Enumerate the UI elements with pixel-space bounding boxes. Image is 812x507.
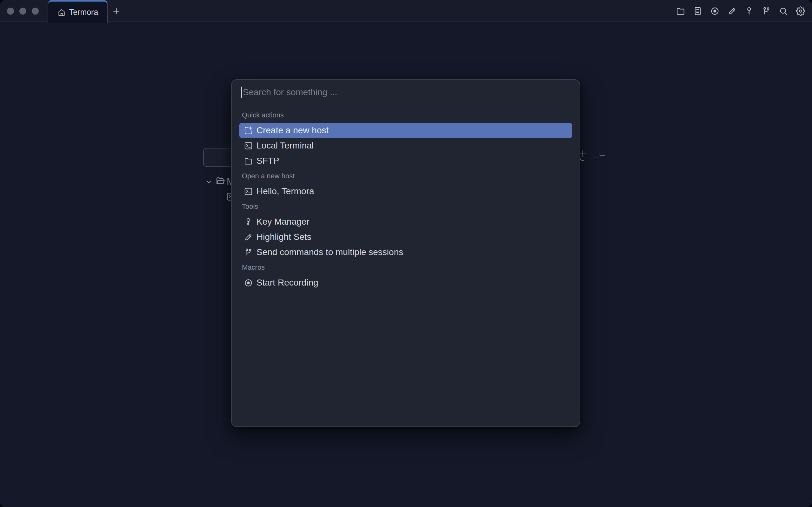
palette-item[interactable]: Key Manager (239, 214, 572, 229)
section-label: Open a new host (239, 168, 572, 184)
section-label: Quick actions (239, 108, 572, 123)
command-palette-dialog: Quick actionsCreate a new hostLocal Term… (231, 79, 580, 427)
palette-search-input[interactable] (232, 80, 580, 105)
section-label: Tools (239, 199, 572, 214)
branch-toolbar-button[interactable] (761, 6, 771, 16)
palette-item[interactable]: Local Terminal (239, 138, 572, 153)
record-toolbar-button[interactable] (710, 6, 720, 16)
palette-item-label: Create a new host (257, 125, 329, 135)
palette-item-label: Local Terminal (257, 140, 314, 151)
traffic-light-close[interactable] (7, 8, 14, 15)
gear-toolbar-button[interactable] (796, 6, 806, 16)
palette-item-label: Key Manager (257, 217, 310, 227)
terminal-icon (244, 187, 253, 196)
palette-item[interactable]: Create a new host (239, 123, 572, 138)
file-text-toolbar-button[interactable] (693, 6, 703, 16)
folder-open-icon (215, 176, 225, 186)
record-icon (244, 278, 253, 287)
pencil-icon (727, 6, 737, 16)
traffic-lights (7, 8, 39, 15)
palette-item[interactable]: Hello, Termora (239, 184, 572, 199)
gear-icon (796, 6, 805, 16)
titlebar-toolbar (675, 0, 806, 22)
chevron-down-icon[interactable] (205, 177, 213, 186)
text-caret (241, 87, 242, 98)
folder-icon (244, 156, 253, 166)
key-icon (244, 217, 253, 227)
tab-termora[interactable]: Termora (48, 0, 108, 23)
palette-search (232, 80, 580, 105)
plus-icon (112, 7, 121, 15)
search-icon (779, 6, 788, 16)
palette-item-label: Start Recording (257, 278, 318, 288)
key-toolbar-button[interactable] (744, 6, 754, 16)
palette-item[interactable]: Send commands to multiple sessions (239, 245, 572, 260)
new-host-icon (244, 126, 253, 135)
palette-item[interactable]: Highlight Sets (239, 229, 572, 245)
titlebar: Termora (0, 0, 812, 22)
traffic-light-minimize[interactable] (19, 8, 26, 15)
key-icon (744, 6, 754, 16)
record-icon (710, 6, 720, 16)
tab-label: Termora (69, 8, 98, 17)
pencil-toolbar-button[interactable] (727, 6, 737, 16)
palette-item-label: Send commands to multiple sessions (257, 247, 403, 257)
folder-toolbar-button[interactable] (675, 6, 686, 16)
palette-item[interactable]: SFTP (239, 153, 572, 168)
palette-item-label: SFTP (257, 156, 279, 166)
palette-item-label: Hello, Termora (257, 186, 314, 196)
pencil-icon (244, 233, 253, 242)
terminal-icon (244, 141, 253, 150)
branch-icon (244, 248, 253, 257)
file-text-icon (693, 6, 702, 16)
search-toolbar-button[interactable] (778, 6, 789, 16)
app-window: Termora ______ / / M Quick actionsCreate… (0, 0, 812, 507)
new-tab-button[interactable] (109, 4, 123, 18)
branch-icon (762, 6, 771, 16)
palette-item[interactable]: Start Recording (239, 275, 572, 290)
section-label: Macros (239, 260, 572, 275)
expand-corners-icon[interactable] (592, 150, 607, 164)
traffic-light-zoom[interactable] (32, 8, 39, 15)
palette-item-label: Highlight Sets (257, 232, 311, 242)
folder-icon (676, 6, 685, 16)
palette-list: Quick actionsCreate a new hostLocal Term… (232, 105, 580, 290)
home-icon (57, 8, 66, 16)
